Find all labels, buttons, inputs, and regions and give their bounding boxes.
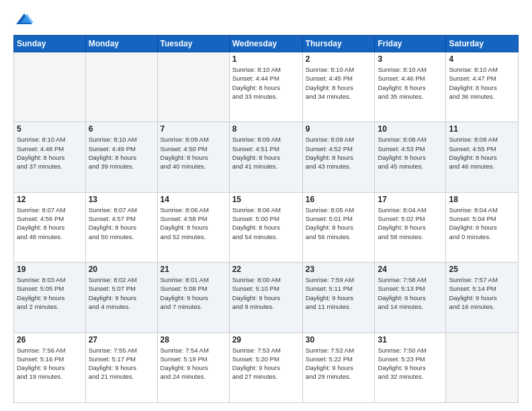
calendar-cell: 23Sunrise: 7:59 AM Sunset: 5:11 PM Dayli… bbox=[302, 263, 375, 332]
calendar-cell: 24Sunrise: 7:58 AM Sunset: 5:13 PM Dayli… bbox=[375, 263, 446, 332]
logo-icon bbox=[15, 11, 34, 30]
day-number: 3 bbox=[378, 54, 443, 64]
day-info: Sunrise: 8:04 AM Sunset: 5:02 PM Dayligh… bbox=[378, 205, 443, 241]
calendar-cell bbox=[157, 52, 229, 122]
day-info: Sunrise: 7:56 AM Sunset: 5:16 PM Dayligh… bbox=[17, 346, 83, 381]
day-number: 20 bbox=[89, 265, 154, 274]
calendar-cell: 1Sunrise: 8:10 AM Sunset: 4:44 PM Daylig… bbox=[229, 52, 302, 122]
day-number: 23 bbox=[306, 265, 372, 274]
calendar-header-row: SundayMondayTuesdayWednesdayThursdayFrid… bbox=[14, 36, 519, 52]
calendar-week-row: 26Sunrise: 7:56 AM Sunset: 5:16 PM Dayli… bbox=[14, 332, 519, 402]
calendar-week-row: 5Sunrise: 8:10 AM Sunset: 4:48 PM Daylig… bbox=[14, 122, 519, 192]
calendar-cell: 20Sunrise: 8:02 AM Sunset: 5:07 PM Dayli… bbox=[85, 263, 157, 332]
calendar-cell: 5Sunrise: 8:10 AM Sunset: 4:48 PM Daylig… bbox=[14, 122, 86, 192]
day-info: Sunrise: 8:02 AM Sunset: 5:07 PM Dayligh… bbox=[89, 275, 154, 311]
day-number: 2 bbox=[306, 54, 372, 64]
day-info: Sunrise: 8:06 AM Sunset: 5:00 PM Dayligh… bbox=[232, 205, 300, 241]
day-number: 1 bbox=[232, 54, 300, 64]
day-info: Sunrise: 8:10 AM Sunset: 4:44 PM Dayligh… bbox=[232, 65, 300, 101]
calendar-cell: 30Sunrise: 7:52 AM Sunset: 5:22 PM Dayli… bbox=[302, 332, 375, 402]
day-info: Sunrise: 7:52 AM Sunset: 5:22 PM Dayligh… bbox=[306, 346, 372, 381]
day-number: 31 bbox=[378, 335, 443, 345]
calendar-cell: 18Sunrise: 8:04 AM Sunset: 5:04 PM Dayli… bbox=[446, 192, 519, 262]
day-number: 10 bbox=[378, 124, 443, 134]
weekday-header-friday: Friday bbox=[375, 36, 446, 52]
day-number: 5 bbox=[17, 124, 83, 134]
day-number: 27 bbox=[89, 335, 154, 345]
calendar-cell: 10Sunrise: 8:08 AM Sunset: 4:53 PM Dayli… bbox=[375, 122, 446, 192]
day-info: Sunrise: 7:55 AM Sunset: 5:17 PM Dayligh… bbox=[89, 346, 154, 381]
calendar-cell: 26Sunrise: 7:56 AM Sunset: 5:16 PM Dayli… bbox=[14, 332, 86, 402]
day-info: Sunrise: 8:08 AM Sunset: 4:55 PM Dayligh… bbox=[449, 135, 515, 171]
day-info: Sunrise: 8:01 AM Sunset: 5:08 PM Dayligh… bbox=[161, 275, 226, 311]
calendar-cell: 4Sunrise: 8:10 AM Sunset: 4:47 PM Daylig… bbox=[446, 52, 519, 122]
calendar-cell: 22Sunrise: 8:00 AM Sunset: 5:10 PM Dayli… bbox=[229, 263, 302, 332]
calendar-cell: 2Sunrise: 8:10 AM Sunset: 4:45 PM Daylig… bbox=[302, 52, 375, 122]
day-number: 9 bbox=[306, 124, 372, 134]
header bbox=[13, 11, 519, 30]
day-info: Sunrise: 7:57 AM Sunset: 5:14 PM Dayligh… bbox=[449, 275, 515, 311]
calendar-cell: 27Sunrise: 7:55 AM Sunset: 5:17 PM Dayli… bbox=[85, 332, 157, 402]
weekday-header-saturday: Saturday bbox=[446, 36, 519, 52]
day-number: 4 bbox=[449, 54, 515, 64]
calendar-cell bbox=[14, 52, 86, 122]
day-number: 22 bbox=[232, 265, 300, 274]
calendar-cell: 12Sunrise: 8:07 AM Sunset: 4:56 PM Dayli… bbox=[14, 192, 86, 262]
calendar-cell: 7Sunrise: 8:09 AM Sunset: 4:50 PM Daylig… bbox=[157, 122, 229, 192]
calendar-week-row: 12Sunrise: 8:07 AM Sunset: 4:56 PM Dayli… bbox=[14, 192, 519, 262]
day-info: Sunrise: 8:10 AM Sunset: 4:49 PM Dayligh… bbox=[89, 135, 154, 171]
day-number: 7 bbox=[161, 124, 226, 134]
calendar-cell: 6Sunrise: 8:10 AM Sunset: 4:49 PM Daylig… bbox=[85, 122, 157, 192]
day-info: Sunrise: 8:10 AM Sunset: 4:48 PM Dayligh… bbox=[17, 135, 83, 171]
calendar-cell: 21Sunrise: 8:01 AM Sunset: 5:08 PM Dayli… bbox=[157, 263, 229, 332]
day-info: Sunrise: 8:04 AM Sunset: 5:04 PM Dayligh… bbox=[449, 205, 515, 241]
calendar-table: SundayMondayTuesdayWednesdayThursdayFrid… bbox=[13, 35, 519, 403]
day-number: 29 bbox=[232, 335, 300, 345]
calendar-cell: 31Sunrise: 7:50 AM Sunset: 5:23 PM Dayli… bbox=[375, 332, 446, 402]
calendar-cell: 15Sunrise: 8:06 AM Sunset: 5:00 PM Dayli… bbox=[229, 192, 302, 262]
weekday-header-monday: Monday bbox=[85, 36, 157, 52]
day-info: Sunrise: 8:08 AM Sunset: 4:53 PM Dayligh… bbox=[378, 135, 443, 171]
day-info: Sunrise: 8:03 AM Sunset: 5:05 PM Dayligh… bbox=[17, 275, 83, 311]
calendar-cell: 3Sunrise: 8:10 AM Sunset: 4:46 PM Daylig… bbox=[375, 52, 446, 122]
calendar-week-row: 19Sunrise: 8:03 AM Sunset: 5:05 PM Dayli… bbox=[14, 263, 519, 332]
day-number: 28 bbox=[161, 335, 226, 345]
day-number: 12 bbox=[17, 195, 83, 204]
day-info: Sunrise: 7:53 AM Sunset: 5:20 PM Dayligh… bbox=[232, 346, 300, 381]
day-info: Sunrise: 8:07 AM Sunset: 4:57 PM Dayligh… bbox=[89, 205, 154, 241]
day-number: 6 bbox=[89, 124, 154, 134]
calendar-cell bbox=[446, 332, 519, 402]
day-number: 21 bbox=[161, 265, 226, 274]
calendar-cell: 13Sunrise: 8:07 AM Sunset: 4:57 PM Dayli… bbox=[85, 192, 157, 262]
day-info: Sunrise: 8:00 AM Sunset: 5:10 PM Dayligh… bbox=[232, 275, 300, 311]
page: SundayMondayTuesdayWednesdayThursdayFrid… bbox=[0, 0, 532, 411]
weekday-header-wednesday: Wednesday bbox=[229, 36, 302, 52]
day-number: 30 bbox=[306, 335, 372, 345]
day-info: Sunrise: 8:06 AM Sunset: 4:58 PM Dayligh… bbox=[161, 205, 226, 241]
calendar-cell: 9Sunrise: 8:09 AM Sunset: 4:52 PM Daylig… bbox=[302, 122, 375, 192]
day-number: 8 bbox=[232, 124, 300, 134]
day-number: 24 bbox=[378, 265, 443, 274]
day-info: Sunrise: 8:10 AM Sunset: 4:46 PM Dayligh… bbox=[378, 65, 443, 101]
weekday-header-sunday: Sunday bbox=[14, 36, 86, 52]
day-number: 17 bbox=[378, 195, 443, 204]
day-info: Sunrise: 8:07 AM Sunset: 4:56 PM Dayligh… bbox=[17, 205, 83, 241]
calendar-cell: 19Sunrise: 8:03 AM Sunset: 5:05 PM Dayli… bbox=[14, 263, 86, 332]
day-info: Sunrise: 8:09 AM Sunset: 4:51 PM Dayligh… bbox=[232, 135, 300, 171]
calendar-cell: 14Sunrise: 8:06 AM Sunset: 4:58 PM Dayli… bbox=[157, 192, 229, 262]
day-info: Sunrise: 7:54 AM Sunset: 5:19 PM Dayligh… bbox=[161, 346, 226, 381]
calendar-cell: 17Sunrise: 8:04 AM Sunset: 5:02 PM Dayli… bbox=[375, 192, 446, 262]
day-number: 19 bbox=[17, 265, 83, 274]
day-info: Sunrise: 8:05 AM Sunset: 5:01 PM Dayligh… bbox=[306, 205, 372, 241]
logo bbox=[13, 11, 34, 30]
weekday-header-tuesday: Tuesday bbox=[157, 36, 229, 52]
day-info: Sunrise: 8:09 AM Sunset: 4:50 PM Dayligh… bbox=[161, 135, 226, 171]
day-info: Sunrise: 8:10 AM Sunset: 4:45 PM Dayligh… bbox=[306, 65, 372, 101]
day-number: 25 bbox=[449, 265, 515, 274]
day-number: 13 bbox=[89, 195, 154, 204]
day-info: Sunrise: 8:10 AM Sunset: 4:47 PM Dayligh… bbox=[449, 65, 515, 101]
calendar-cell: 11Sunrise: 8:08 AM Sunset: 4:55 PM Dayli… bbox=[446, 122, 519, 192]
day-info: Sunrise: 7:50 AM Sunset: 5:23 PM Dayligh… bbox=[378, 346, 443, 381]
calendar-cell: 28Sunrise: 7:54 AM Sunset: 5:19 PM Dayli… bbox=[157, 332, 229, 402]
weekday-header-thursday: Thursday bbox=[302, 36, 375, 52]
